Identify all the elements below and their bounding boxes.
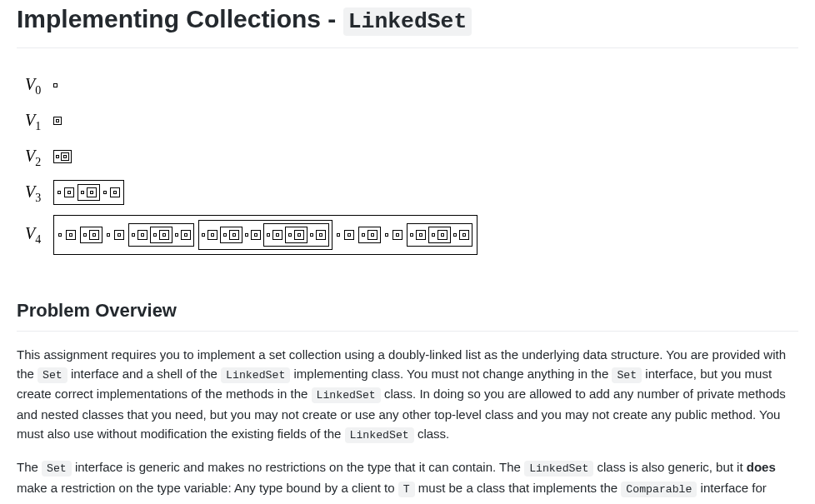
code-set: Set xyxy=(612,367,642,383)
figure-label: V2 xyxy=(25,143,53,171)
paragraph-1: This assignment requires you to implemen… xyxy=(17,345,798,445)
figure-label: V1 xyxy=(25,107,53,135)
v4-shape xyxy=(53,215,478,255)
paragraph-2: The Set interface is generic and makes n… xyxy=(17,457,798,498)
figure-label: V0 xyxy=(25,72,53,99)
vicsek-figure: V0 V1 V2 V3 V4 xyxy=(25,72,798,255)
code-set: Set xyxy=(42,461,72,477)
page-title: Implementing Collections - LinkedSet xyxy=(17,0,798,48)
figure-row-v1: V1 xyxy=(25,107,798,135)
code-t: T xyxy=(398,482,415,497)
v2-shape xyxy=(53,150,72,163)
code-comparable: Comparable xyxy=(621,482,697,497)
v1-shape xyxy=(53,117,62,125)
figure-label: V4 xyxy=(25,221,53,248)
v3-shape xyxy=(53,180,124,205)
code-set: Set xyxy=(38,367,68,383)
code-linkedset: LinkedSet xyxy=(345,427,414,443)
figure-label: V3 xyxy=(25,179,53,207)
code-linkedset: LinkedSet xyxy=(524,461,593,477)
section-heading: Problem Overview xyxy=(17,297,798,332)
title-prefix: Implementing Collections - xyxy=(17,5,343,32)
figure-row-v2: V2 xyxy=(25,143,798,171)
code-linkedset: LinkedSet xyxy=(221,367,290,383)
code-linkedset: LinkedSet xyxy=(312,387,381,403)
title-code: LinkedSet xyxy=(343,7,472,36)
figure-row-v0: V0 xyxy=(25,72,798,99)
figure-row-v3: V3 xyxy=(25,179,798,207)
v0-shape xyxy=(53,83,58,87)
bold-does: does xyxy=(747,460,776,474)
figure-row-v4: V4 xyxy=(25,215,798,255)
